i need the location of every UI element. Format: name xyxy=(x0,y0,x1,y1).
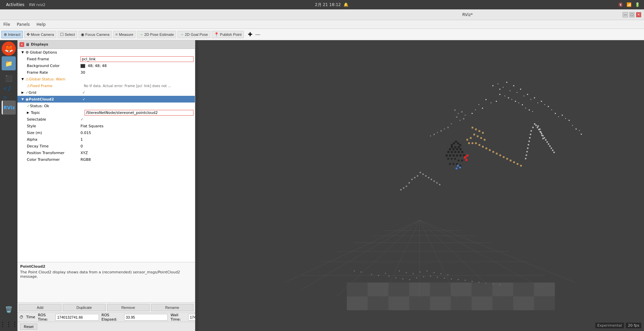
svg-rect-49 xyxy=(491,103,491,103)
grid-checkbox[interactable]: ✓ xyxy=(82,90,194,95)
alpha-row[interactable]: Alpha 1 xyxy=(17,136,195,143)
ubuntu-trash-icon[interactable]: 🗑️ xyxy=(2,302,16,316)
toolbar-measure-button[interactable]: ⌗ Measure xyxy=(113,31,136,38)
svg-rect-95 xyxy=(506,158,508,159)
toolbar-select-button[interactable]: ☐ Select xyxy=(58,31,77,38)
remove-button[interactable]: Remove xyxy=(107,304,150,311)
displays-icon: 🖥 xyxy=(25,42,30,47)
position-transformer-value[interactable]: XYZ xyxy=(80,151,194,155)
svg-rect-46 xyxy=(529,110,530,111)
decay-time-row[interactable]: Decay Time 0 xyxy=(17,143,195,149)
alpha-value[interactable]: 1 xyxy=(80,137,194,142)
ubuntu-sidebar: 🦊 📁 ⬛ ＜/＞ RViz 🗑️ ⋮⋮⋮ xyxy=(0,40,17,331)
ros-elapsed-input[interactable] xyxy=(124,314,168,321)
fixed-frame-warn-row[interactable]: ⚠ Fixed Frame No tf data. Actual error: … xyxy=(17,82,195,89)
svg-rect-85 xyxy=(472,142,473,144)
size-row[interactable]: Size (m) 0.015 xyxy=(17,129,195,136)
pointcloud2-row[interactable]: ▼ ◉ PointCloud2 ✓ xyxy=(17,96,195,103)
selectable-value[interactable]: ✓ xyxy=(80,117,194,122)
fixed-frame-value[interactable]: pcl_link xyxy=(80,56,194,62)
3d-visualization xyxy=(195,40,644,331)
topic-value[interactable]: /StereoNetNode/stereonet_pointcloud2 xyxy=(85,110,194,116)
topic-arrow[interactable]: ▶ xyxy=(27,111,31,114)
ubuntu-terminal-icon[interactable]: ⬛ xyxy=(2,71,16,85)
close-button[interactable]: ✕ xyxy=(636,12,641,17)
style-value[interactable]: Flat Squares xyxy=(80,124,194,128)
svg-rect-98 xyxy=(517,163,518,165)
ubuntu-firefox-icon[interactable]: 🦊 xyxy=(2,42,16,56)
svg-rect-100 xyxy=(451,144,453,146)
background-color-row[interactable]: Background Color 48; 48; 48 xyxy=(17,62,195,69)
fixed-frame-row[interactable]: Fixed Frame pcl_link xyxy=(17,56,195,62)
color-transformer-value[interactable]: RGB8 xyxy=(80,157,194,162)
toolbar-focus-camera-button[interactable]: ◉ Focus Camera xyxy=(78,31,112,38)
selectable-row[interactable]: Selectable ✓ xyxy=(17,116,195,123)
menu-panels[interactable]: Panels xyxy=(15,21,32,27)
remove-display-button[interactable]: — xyxy=(255,31,260,38)
ros-elapsed-label: ROS Elapsed: xyxy=(102,313,123,322)
toolbar-interact-button[interactable]: ⊕ Interact xyxy=(1,31,23,38)
svg-rect-202 xyxy=(431,179,432,180)
svg-rect-103 xyxy=(457,142,459,144)
global-options-arrow[interactable]: ▼ xyxy=(21,51,25,54)
position-transformer-row[interactable]: Position Transformer XYZ xyxy=(17,149,195,156)
svg-rect-60 xyxy=(454,110,455,111)
frame-rate-value[interactable]: 30 xyxy=(80,70,194,75)
grid-arrow[interactable]: ▶ xyxy=(21,91,25,94)
frame-rate-row[interactable]: Frame Rate 30 xyxy=(17,69,195,76)
decay-time-label: Decay Time xyxy=(27,144,80,148)
toolbar-publish-point-button[interactable]: 📍 Publish Point xyxy=(212,31,244,38)
toolbar-2d-pose-button[interactable]: → 2D Pose Estimate xyxy=(137,31,176,38)
ubuntu-files-icon[interactable]: 📁 xyxy=(2,56,16,70)
global-options-row[interactable]: ▼ ⚙ Global Options xyxy=(17,49,195,56)
toolbar-2d-goal-button[interactable]: → 2D Goal Pose xyxy=(177,31,210,38)
ros-time-field: ROS Time: xyxy=(38,313,99,322)
global-status-row[interactable]: ▼ ⚠ Global Status: Warn xyxy=(17,76,195,82)
displays-panel-close-button[interactable]: ✕ xyxy=(19,42,24,47)
3d-view[interactable]: 20 fps Experimental xyxy=(195,40,644,331)
svg-rect-136 xyxy=(459,167,461,168)
reset-button[interactable]: Reset xyxy=(20,324,37,330)
svg-rect-20 xyxy=(506,82,507,83)
tree-view[interactable]: ▼ ⚙ Global Options Fixed Frame pcl_link … xyxy=(17,49,195,262)
svg-rect-227 xyxy=(430,296,451,310)
maximize-button[interactable]: □ xyxy=(629,12,635,17)
rename-button[interactable]: Rename xyxy=(151,304,194,311)
svg-rect-222 xyxy=(534,282,555,296)
svg-rect-52 xyxy=(482,108,483,109)
toolbar-move-camera-button[interactable]: ✥ Move Camera xyxy=(24,31,56,38)
svg-rect-59 xyxy=(581,134,582,135)
status-ok-row[interactable]: ✓ Status: Ok xyxy=(17,103,195,109)
menu-file[interactable]: File xyxy=(1,21,12,27)
svg-rect-190 xyxy=(399,270,400,271)
topic-row[interactable]: ▶ Topic /StereoNetNode/stereonet_pointcl… xyxy=(17,109,195,116)
size-value[interactable]: 0.015 xyxy=(80,131,194,135)
add-button[interactable]: Add xyxy=(19,304,61,311)
ubuntu-grid-icon[interactable]: ⋮⋮⋮ xyxy=(2,317,16,331)
resize-handle[interactable] xyxy=(195,40,199,331)
ros-time-input[interactable] xyxy=(55,314,99,321)
menu-help[interactable]: Help xyxy=(35,21,48,27)
svg-rect-171 xyxy=(409,279,410,280)
style-row[interactable]: Style Flat Squares xyxy=(17,123,195,129)
minimize-button[interactable]: — xyxy=(623,12,628,17)
color-transformer-row[interactable]: Color Transformer RGB8 xyxy=(17,156,195,163)
global-status-arrow[interactable]: ▼ xyxy=(21,77,25,81)
svg-rect-191 xyxy=(406,272,407,273)
duplicate-button[interactable]: Duplicate xyxy=(63,304,105,311)
svg-rect-139 xyxy=(535,125,537,126)
grid-row[interactable]: ▶ ✓ Grid ✓ xyxy=(17,89,195,96)
style-label: Style xyxy=(27,124,80,128)
svg-rect-140 xyxy=(537,127,538,128)
decay-time-value[interactable]: 0 xyxy=(80,144,194,148)
ubuntu-rviz-icon[interactable]: RViz xyxy=(2,101,16,115)
ubuntu-vscode-icon[interactable]: ＜/＞ xyxy=(2,86,16,100)
background-color-value[interactable]: 48; 48; 48 xyxy=(80,64,194,68)
pointcloud2-checkbox[interactable]: ✓ xyxy=(83,97,194,102)
svg-rect-54 xyxy=(472,113,473,114)
svg-rect-218 xyxy=(451,282,472,296)
add-display-button[interactable]: ✚ xyxy=(248,31,252,38)
activities-button[interactable]: Activities xyxy=(4,2,26,8)
svg-rect-25 xyxy=(524,95,524,96)
pointcloud2-arrow[interactable]: ▼ xyxy=(21,97,25,101)
